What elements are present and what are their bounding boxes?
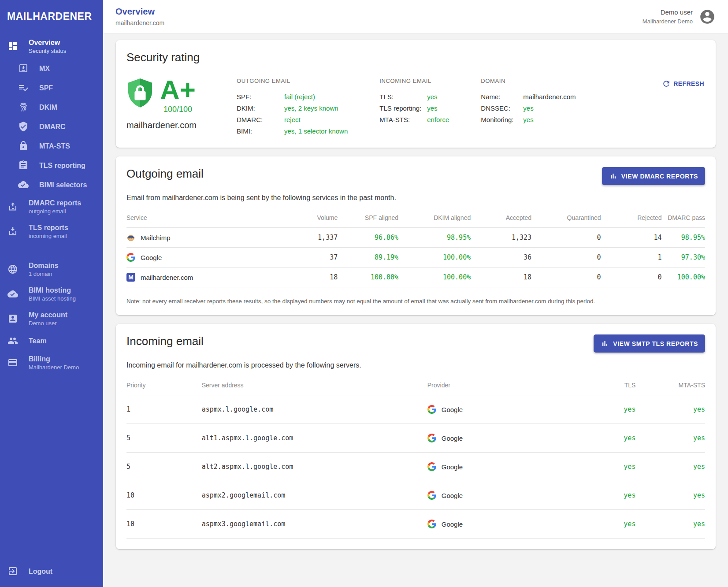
sidebar-item-my-account[interactable]: My accountDemo user	[0, 306, 103, 331]
incoming-email-title: Incoming email	[126, 334, 204, 348]
google-icon	[427, 520, 436, 528]
incoming-email-summary: INCOMING EMAIL TLS:yes TLS reporting:yes…	[379, 78, 449, 126]
server-address-cell: aspmx3.googlemail.com	[202, 510, 427, 539]
summary-value: mailhardener.com	[523, 91, 576, 103]
nav-spacer	[0, 375, 103, 561]
spf-aligned-cell: 100.00%	[338, 267, 398, 287]
dkim-aligned-cell: 100.00%	[398, 267, 471, 287]
people-icon	[7, 335, 18, 346]
summary-value: fail (reject)	[284, 91, 315, 103]
sidebar-item-dkim[interactable]: DKIM	[0, 97, 103, 117]
mta-sts-cell: yes	[635, 395, 705, 424]
sidebar-item-bimi-hosting[interactable]: BIMI hostingBIMI asset hosting	[0, 282, 103, 306]
mailhardener-icon: M	[126, 273, 135, 282]
provider-name: Google	[442, 520, 463, 528]
sidebar-item-tls-reports[interactable]: TLS reportsincoming email	[0, 219, 103, 244]
sidebar-item-spf[interactable]: SPF	[0, 78, 103, 97]
summary-label: DMARC:	[237, 114, 284, 126]
sidebar-item-domains[interactable]: Domains1 domain	[0, 257, 103, 282]
column-header: MTA-STS	[635, 379, 705, 395]
security-rating-card: Security rating A+	[116, 40, 716, 148]
sidebar-item-dmarc-reports[interactable]: DMARC reportsoutgoing email	[0, 194, 103, 219]
rating-badge: A+ 100/100 mailhardener.com	[126, 78, 237, 130]
priority-cell: 10	[126, 510, 202, 539]
domain-summary: DOMAIN Name:mailhardener.com DNSSEC:yes …	[481, 78, 576, 126]
user-org: Mailhardener Demo	[643, 18, 693, 25]
volume-cell: 18	[277, 267, 338, 287]
sidebar-item-subtitle: outgoing email	[29, 208, 81, 215]
account-circle-icon[interactable]	[699, 8, 716, 25]
summary-label: TLS reporting:	[379, 103, 427, 114]
server-address-cell: aspmx2.googlemail.com	[202, 481, 427, 510]
incoming-email-table: Priority Server address Provider TLS MTA…	[126, 379, 705, 539]
google-icon	[427, 434, 436, 442]
playlist-check-icon	[18, 82, 29, 93]
inbox-icon	[7, 226, 18, 237]
summary-label: SPF:	[237, 91, 284, 103]
cloud-check-icon	[18, 179, 29, 190]
dashboard-icon	[7, 41, 18, 52]
tls-cell: yes	[578, 510, 635, 539]
top-bar: Overview mailhardener.com Demo user Mail…	[103, 0, 728, 33]
view-dmarc-reports-button[interactable]: VIEW DMARC REPORTS	[602, 167, 705, 185]
lock-icon	[18, 141, 29, 151]
view-smtp-tls-reports-button[interactable]: VIEW SMTP TLS REPORTS	[594, 334, 705, 353]
service-name: mailhardener.com	[141, 274, 193, 281]
fingerprint-icon	[18, 102, 29, 112]
column-header: Volume	[277, 212, 338, 228]
service-name: Google	[141, 254, 162, 261]
dmarc-pass-cell: 100.00%	[661, 267, 705, 287]
shield-check-icon	[18, 121, 29, 132]
summary-heading: OUTGOING EMAIL	[237, 78, 348, 84]
volume-cell: 1,337	[277, 228, 338, 248]
provider-name: Google	[442, 463, 463, 471]
sidebar-item-dmarc[interactable]: DMARC	[0, 117, 103, 136]
security-score: 100/100	[160, 105, 196, 114]
column-header: SPF aligned	[338, 212, 398, 228]
provider-name: Google	[442, 492, 463, 499]
sidebar-item-label: My account	[29, 311, 67, 319]
mta-sts-cell: yes	[635, 510, 705, 539]
sidebar-item-label: BIMI selectors	[39, 181, 87, 189]
provider-name: Google	[442, 435, 463, 442]
table-row: 1 aspmx.l.google.com Google yes yes	[126, 395, 705, 424]
sidebar-item-mx[interactable]: MX	[0, 59, 103, 78]
credit-card-icon	[7, 357, 18, 368]
column-header: Server address	[202, 379, 427, 395]
content: Security rating A+	[103, 33, 728, 587]
spf-aligned-cell: 89.19%	[338, 248, 398, 267]
sidebar-item-team[interactable]: Team	[0, 331, 103, 350]
outgoing-email-card: Outgoing email VIEW DMARC REPORTS Email …	[116, 156, 716, 315]
quarantined-cell: 0	[531, 267, 601, 287]
sidebar-item-mta-sts[interactable]: MTA-STS	[0, 136, 103, 156]
user-block: Demo user Mailhardener Demo	[643, 8, 716, 25]
outgoing-email-note: Note: not every email receiver reports t…	[126, 298, 705, 305]
refresh-button[interactable]: REFRESH	[661, 78, 705, 90]
sidebar-item-label: SPF	[39, 84, 53, 92]
sidebar-item-label: MX	[39, 64, 50, 73]
refresh-icon	[662, 79, 671, 88]
summary-heading: INCOMING EMAIL	[379, 78, 449, 84]
column-header: Quarantined	[531, 212, 601, 228]
sidebar-item-logout[interactable]: Logout	[0, 561, 103, 581]
server-address-cell: alt2.aspmx.l.google.com	[202, 453, 427, 481]
google-icon	[427, 462, 436, 471]
accepted-cell: 1,323	[471, 228, 531, 248]
server-address-cell: alt1.aspmx.l.google.com	[202, 424, 427, 453]
sidebar-item-tls-reporting[interactable]: TLS reporting	[0, 156, 103, 175]
sidebar-item-label: Overview	[29, 39, 60, 46]
view-dmarc-reports-label: VIEW DMARC REPORTS	[621, 173, 698, 180]
sidebar-item-billing[interactable]: BillingMailhardener Demo	[0, 350, 103, 375]
column-header: Service	[126, 212, 277, 228]
column-header: Rejected	[601, 212, 662, 228]
service-name: Mailchimp	[141, 234, 171, 241]
summary-value: yes	[523, 103, 533, 114]
tls-cell: yes	[578, 424, 635, 453]
security-grade: A+	[160, 78, 196, 102]
sidebar-item-label: DMARC	[39, 123, 66, 131]
column-header: TLS	[578, 379, 635, 395]
sidebar-item-label: BIMI hosting	[29, 286, 71, 294]
quarantined-cell: 0	[531, 228, 601, 248]
sidebar-item-overview[interactable]: OverviewSecurity status	[0, 34, 103, 59]
sidebar-item-bimi-selectors[interactable]: BIMI selectors	[0, 175, 103, 194]
